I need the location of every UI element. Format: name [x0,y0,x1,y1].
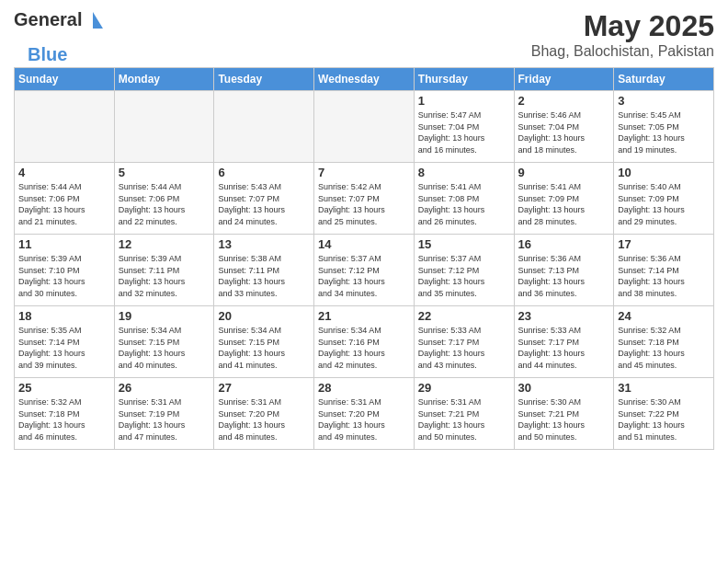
day-info-line: Daylight: 13 hours [318,349,385,358]
day-number: 26 [119,381,210,395]
subtitle: Bhag, Balochistan, Pakistan [531,43,714,60]
calendar-day: 15Sunrise: 5:37 AMSunset: 7:12 PMDayligh… [414,235,514,306]
day-info-line: and 40 minutes. [119,361,177,370]
day-info: Sunrise: 5:32 AMSunset: 7:18 PMDaylight:… [18,396,110,442]
day-info-line: Daylight: 13 hours [618,277,685,286]
day-info-line: Sunrise: 5:30 AM [518,397,582,407]
day-info-line: Sunset: 7:06 PM [18,194,80,203]
day-info-line: and 33 minutes. [218,289,277,298]
day-info-line: Sunrise: 5:46 AM [518,110,582,120]
day-info-line: and 32 minutes. [119,289,177,298]
day-info-line: Daylight: 13 hours [418,420,485,430]
day-info: Sunrise: 5:30 AMSunset: 7:21 PMDaylight:… [518,396,610,442]
day-info-line: Sunrise: 5:39 AM [119,254,182,263]
day-number: 23 [518,309,610,323]
day-info: Sunrise: 5:36 AMSunset: 7:14 PMDaylight:… [618,253,710,299]
day-number: 18 [18,309,110,323]
day-info: Sunrise: 5:36 AMSunset: 7:13 PMDaylight:… [518,253,610,299]
col-thursday: Thursday [414,68,514,91]
calendar-day: 7Sunrise: 5:42 AMSunset: 7:07 PMDaylight… [314,163,415,235]
day-info: Sunrise: 5:34 AMSunset: 7:15 PMDaylight:… [119,325,210,371]
day-info: Sunrise: 5:39 AMSunset: 7:11 PMDaylight:… [119,253,210,299]
calendar-day [214,91,314,163]
day-info-line: Daylight: 13 hours [119,277,186,286]
calendar-day: 10Sunrise: 5:40 AMSunset: 7:09 PMDayligh… [614,163,714,235]
day-number: 7 [318,166,410,179]
day-info-line: and 47 minutes. [119,432,177,442]
day-info-line: Sunrise: 5:39 AM [18,254,82,263]
day-info-line: and 34 minutes. [318,289,377,298]
day-info-line: Sunset: 7:15 PM [119,338,180,347]
day-info-line: and 50 minutes. [418,432,477,442]
day-info-line: Sunset: 7:06 PM [119,194,180,203]
day-number: 13 [218,237,310,251]
day-info-line: Daylight: 13 hours [218,349,285,358]
day-info-line: Daylight: 13 hours [318,277,385,286]
calendar-day: 28Sunrise: 5:31 AMSunset: 7:20 PMDayligh… [314,378,415,450]
day-info: Sunrise: 5:44 AMSunset: 7:06 PMDaylight:… [18,181,110,227]
calendar-day: 19Sunrise: 5:34 AMSunset: 7:15 PMDayligh… [114,306,214,378]
day-info: Sunrise: 5:40 AMSunset: 7:09 PMDaylight:… [618,181,710,227]
day-info-line: and 45 minutes. [618,361,677,370]
day-info-line: Sunset: 7:18 PM [18,409,80,419]
day-info-line: Sunrise: 5:33 AM [518,326,582,335]
day-info-line: and 22 minutes. [119,217,177,226]
day-info-line: Sunset: 7:11 PM [218,266,279,275]
day-number: 29 [418,381,510,395]
day-info-line: Sunrise: 5:37 AM [318,254,381,263]
day-info: Sunrise: 5:31 AMSunset: 7:20 PMDaylight:… [318,396,410,442]
day-info-line: Daylight: 13 hours [618,133,685,143]
day-info-line: Sunrise: 5:35 AM [18,326,82,335]
day-number: 30 [518,381,610,395]
day-info-line: Daylight: 13 hours [618,205,685,214]
day-info-line: Daylight: 13 hours [318,420,385,430]
day-info-line: Daylight: 13 hours [618,420,685,430]
day-info-line: Daylight: 13 hours [518,349,586,358]
day-info: Sunrise: 5:45 AMSunset: 7:05 PMDaylight:… [618,109,710,155]
day-info-line: and 42 minutes. [318,361,377,370]
day-number: 6 [218,166,310,179]
logo: General Blue [14,9,115,60]
day-info: Sunrise: 5:33 AMSunset: 7:17 PMDaylight:… [418,325,510,371]
day-info-line: and 21 minutes. [18,217,77,226]
day-info-line: and 38 minutes. [618,289,677,298]
day-info-line: Sunset: 7:22 PM [618,409,679,419]
day-info: Sunrise: 5:34 AMSunset: 7:15 PMDaylight:… [218,325,310,371]
day-info-line: Sunset: 7:14 PM [18,338,80,347]
day-info: Sunrise: 5:34 AMSunset: 7:16 PMDaylight:… [318,325,410,371]
day-info-line: and 30 minutes. [18,289,77,298]
calendar-day: 27Sunrise: 5:31 AMSunset: 7:20 PMDayligh… [214,378,314,450]
day-info-line: Sunset: 7:19 PM [119,409,180,419]
day-info-line: and 48 minutes. [218,432,277,442]
day-number: 8 [418,166,510,179]
day-info-line: Daylight: 13 hours [518,420,586,430]
day-info-line: Sunset: 7:04 PM [418,122,480,132]
day-info-line: and 44 minutes. [518,361,577,370]
col-tuesday: Tuesday [214,68,314,91]
col-monday: Monday [114,68,214,91]
day-info-line: Sunset: 7:20 PM [218,409,279,419]
day-info: Sunrise: 5:32 AMSunset: 7:18 PMDaylight:… [618,325,710,371]
calendar-day: 25Sunrise: 5:32 AMSunset: 7:18 PMDayligh… [15,378,115,450]
day-info-line: Sunrise: 5:34 AM [119,326,182,335]
day-info-line: Sunset: 7:18 PM [618,338,679,347]
day-info-line: Daylight: 13 hours [418,349,485,358]
col-sunday: Sunday [15,68,115,91]
day-info-line: Sunrise: 5:38 AM [218,254,281,263]
day-info-line: and 39 minutes. [18,361,77,370]
day-info-line: Sunset: 7:13 PM [518,266,580,275]
day-info: Sunrise: 5:39 AMSunset: 7:10 PMDaylight:… [18,253,110,299]
calendar-week-4: 18Sunrise: 5:35 AMSunset: 7:14 PMDayligh… [15,306,714,378]
day-info-line: Daylight: 13 hours [518,277,586,286]
day-info-line: Sunrise: 5:43 AM [218,182,281,191]
calendar-day: 4Sunrise: 5:44 AMSunset: 7:06 PMDaylight… [15,163,115,235]
day-info-line: and 50 minutes. [518,432,577,442]
calendar-day: 17Sunrise: 5:36 AMSunset: 7:14 PMDayligh… [614,235,714,306]
day-info-line: Daylight: 13 hours [218,277,285,286]
day-info-line: and 26 minutes. [418,217,477,226]
day-info-line: Sunrise: 5:36 AM [618,254,681,263]
day-info-line: and 16 minutes. [418,145,477,155]
logo-blue: Blue [28,44,67,64]
day-number: 9 [518,166,610,179]
day-info: Sunrise: 5:44 AMSunset: 7:06 PMDaylight:… [119,181,210,227]
